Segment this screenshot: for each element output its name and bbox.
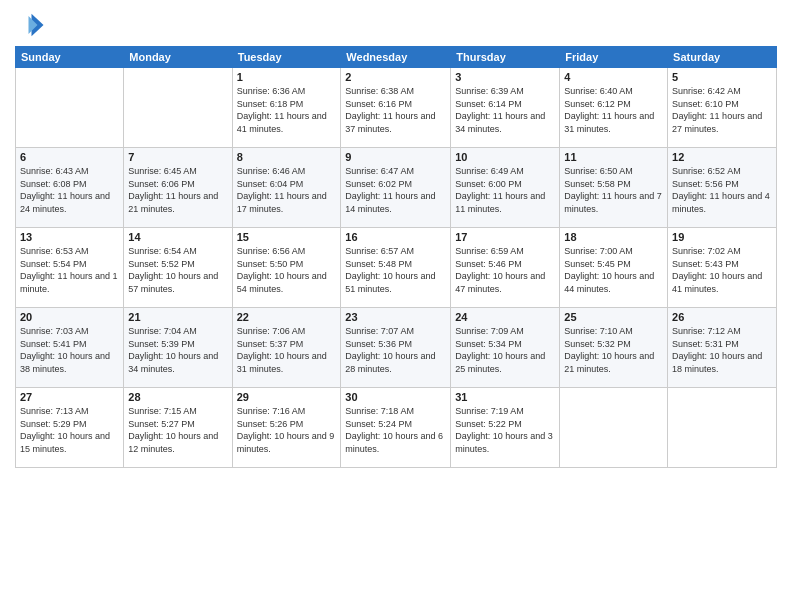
day-number: 1 — [237, 71, 337, 83]
calendar-cell — [16, 68, 124, 148]
day-number: 18 — [564, 231, 663, 243]
day-number: 24 — [455, 311, 555, 323]
calendar-week-row: 6Sunrise: 6:43 AM Sunset: 6:08 PM Daylig… — [16, 148, 777, 228]
calendar-header-row: SundayMondayTuesdayWednesdayThursdayFrid… — [16, 47, 777, 68]
calendar-cell: 15Sunrise: 6:56 AM Sunset: 5:50 PM Dayli… — [232, 228, 341, 308]
day-info: Sunrise: 6:56 AM Sunset: 5:50 PM Dayligh… — [237, 245, 337, 295]
day-number: 9 — [345, 151, 446, 163]
calendar-cell: 30Sunrise: 7:18 AM Sunset: 5:24 PM Dayli… — [341, 388, 451, 468]
day-info: Sunrise: 7:02 AM Sunset: 5:43 PM Dayligh… — [672, 245, 772, 295]
day-info: Sunrise: 7:06 AM Sunset: 5:37 PM Dayligh… — [237, 325, 337, 375]
day-number: 5 — [672, 71, 772, 83]
weekday-header: Sunday — [16, 47, 124, 68]
calendar-cell: 9Sunrise: 6:47 AM Sunset: 6:02 PM Daylig… — [341, 148, 451, 228]
day-number: 27 — [20, 391, 119, 403]
day-info: Sunrise: 7:00 AM Sunset: 5:45 PM Dayligh… — [564, 245, 663, 295]
day-info: Sunrise: 7:13 AM Sunset: 5:29 PM Dayligh… — [20, 405, 119, 455]
calendar-cell: 4Sunrise: 6:40 AM Sunset: 6:12 PM Daylig… — [560, 68, 668, 148]
day-info: Sunrise: 6:45 AM Sunset: 6:06 PM Dayligh… — [128, 165, 227, 215]
calendar-cell: 14Sunrise: 6:54 AM Sunset: 5:52 PM Dayli… — [124, 228, 232, 308]
calendar-week-row: 1Sunrise: 6:36 AM Sunset: 6:18 PM Daylig… — [16, 68, 777, 148]
calendar-cell: 18Sunrise: 7:00 AM Sunset: 5:45 PM Dayli… — [560, 228, 668, 308]
calendar-cell: 16Sunrise: 6:57 AM Sunset: 5:48 PM Dayli… — [341, 228, 451, 308]
day-number: 21 — [128, 311, 227, 323]
calendar-cell: 26Sunrise: 7:12 AM Sunset: 5:31 PM Dayli… — [668, 308, 777, 388]
calendar-cell: 6Sunrise: 6:43 AM Sunset: 6:08 PM Daylig… — [16, 148, 124, 228]
calendar-cell — [124, 68, 232, 148]
calendar-cell: 27Sunrise: 7:13 AM Sunset: 5:29 PM Dayli… — [16, 388, 124, 468]
calendar-cell: 31Sunrise: 7:19 AM Sunset: 5:22 PM Dayli… — [451, 388, 560, 468]
weekday-header: Friday — [560, 47, 668, 68]
day-number: 23 — [345, 311, 446, 323]
day-number: 31 — [455, 391, 555, 403]
day-info: Sunrise: 7:19 AM Sunset: 5:22 PM Dayligh… — [455, 405, 555, 455]
day-info: Sunrise: 7:07 AM Sunset: 5:36 PM Dayligh… — [345, 325, 446, 375]
calendar-cell: 17Sunrise: 6:59 AM Sunset: 5:46 PM Dayli… — [451, 228, 560, 308]
day-number: 4 — [564, 71, 663, 83]
day-number: 30 — [345, 391, 446, 403]
calendar-cell: 10Sunrise: 6:49 AM Sunset: 6:00 PM Dayli… — [451, 148, 560, 228]
calendar-week-row: 20Sunrise: 7:03 AM Sunset: 5:41 PM Dayli… — [16, 308, 777, 388]
calendar-cell: 22Sunrise: 7:06 AM Sunset: 5:37 PM Dayli… — [232, 308, 341, 388]
calendar-cell: 3Sunrise: 6:39 AM Sunset: 6:14 PM Daylig… — [451, 68, 560, 148]
day-number: 11 — [564, 151, 663, 163]
day-number: 13 — [20, 231, 119, 243]
day-number: 3 — [455, 71, 555, 83]
day-info: Sunrise: 6:39 AM Sunset: 6:14 PM Dayligh… — [455, 85, 555, 135]
day-number: 16 — [345, 231, 446, 243]
page: SundayMondayTuesdayWednesdayThursdayFrid… — [0, 0, 792, 612]
day-info: Sunrise: 6:57 AM Sunset: 5:48 PM Dayligh… — [345, 245, 446, 295]
day-info: Sunrise: 7:04 AM Sunset: 5:39 PM Dayligh… — [128, 325, 227, 375]
header — [15, 10, 777, 40]
day-info: Sunrise: 7:09 AM Sunset: 5:34 PM Dayligh… — [455, 325, 555, 375]
day-number: 7 — [128, 151, 227, 163]
weekday-header: Thursday — [451, 47, 560, 68]
calendar-cell — [668, 388, 777, 468]
calendar-cell: 28Sunrise: 7:15 AM Sunset: 5:27 PM Dayli… — [124, 388, 232, 468]
day-info: Sunrise: 7:12 AM Sunset: 5:31 PM Dayligh… — [672, 325, 772, 375]
day-info: Sunrise: 6:36 AM Sunset: 6:18 PM Dayligh… — [237, 85, 337, 135]
day-number: 14 — [128, 231, 227, 243]
calendar-table: SundayMondayTuesdayWednesdayThursdayFrid… — [15, 46, 777, 468]
calendar-cell: 25Sunrise: 7:10 AM Sunset: 5:32 PM Dayli… — [560, 308, 668, 388]
calendar-cell: 11Sunrise: 6:50 AM Sunset: 5:58 PM Dayli… — [560, 148, 668, 228]
day-number: 2 — [345, 71, 446, 83]
calendar-cell: 8Sunrise: 6:46 AM Sunset: 6:04 PM Daylig… — [232, 148, 341, 228]
day-number: 8 — [237, 151, 337, 163]
calendar-cell — [560, 388, 668, 468]
calendar-week-row: 13Sunrise: 6:53 AM Sunset: 5:54 PM Dayli… — [16, 228, 777, 308]
day-number: 25 — [564, 311, 663, 323]
day-info: Sunrise: 6:43 AM Sunset: 6:08 PM Dayligh… — [20, 165, 119, 215]
calendar-cell: 23Sunrise: 7:07 AM Sunset: 5:36 PM Dayli… — [341, 308, 451, 388]
day-number: 22 — [237, 311, 337, 323]
day-number: 17 — [455, 231, 555, 243]
weekday-header: Monday — [124, 47, 232, 68]
calendar-cell: 12Sunrise: 6:52 AM Sunset: 5:56 PM Dayli… — [668, 148, 777, 228]
calendar-cell: 21Sunrise: 7:04 AM Sunset: 5:39 PM Dayli… — [124, 308, 232, 388]
weekday-header: Wednesday — [341, 47, 451, 68]
calendar-cell: 5Sunrise: 6:42 AM Sunset: 6:10 PM Daylig… — [668, 68, 777, 148]
weekday-header: Tuesday — [232, 47, 341, 68]
day-info: Sunrise: 7:03 AM Sunset: 5:41 PM Dayligh… — [20, 325, 119, 375]
calendar-week-row: 27Sunrise: 7:13 AM Sunset: 5:29 PM Dayli… — [16, 388, 777, 468]
day-info: Sunrise: 6:46 AM Sunset: 6:04 PM Dayligh… — [237, 165, 337, 215]
day-number: 28 — [128, 391, 227, 403]
day-number: 19 — [672, 231, 772, 243]
calendar-cell: 29Sunrise: 7:16 AM Sunset: 5:26 PM Dayli… — [232, 388, 341, 468]
day-number: 26 — [672, 311, 772, 323]
calendar-cell: 24Sunrise: 7:09 AM Sunset: 5:34 PM Dayli… — [451, 308, 560, 388]
day-info: Sunrise: 6:47 AM Sunset: 6:02 PM Dayligh… — [345, 165, 446, 215]
day-info: Sunrise: 6:49 AM Sunset: 6:00 PM Dayligh… — [455, 165, 555, 215]
day-number: 10 — [455, 151, 555, 163]
day-info: Sunrise: 6:38 AM Sunset: 6:16 PM Dayligh… — [345, 85, 446, 135]
day-info: Sunrise: 6:54 AM Sunset: 5:52 PM Dayligh… — [128, 245, 227, 295]
logo-icon — [15, 10, 45, 40]
day-info: Sunrise: 6:53 AM Sunset: 5:54 PM Dayligh… — [20, 245, 119, 295]
logo — [15, 10, 51, 40]
day-number: 12 — [672, 151, 772, 163]
day-number: 6 — [20, 151, 119, 163]
calendar-cell: 1Sunrise: 6:36 AM Sunset: 6:18 PM Daylig… — [232, 68, 341, 148]
day-info: Sunrise: 7:15 AM Sunset: 5:27 PM Dayligh… — [128, 405, 227, 455]
day-number: 29 — [237, 391, 337, 403]
day-info: Sunrise: 7:16 AM Sunset: 5:26 PM Dayligh… — [237, 405, 337, 455]
